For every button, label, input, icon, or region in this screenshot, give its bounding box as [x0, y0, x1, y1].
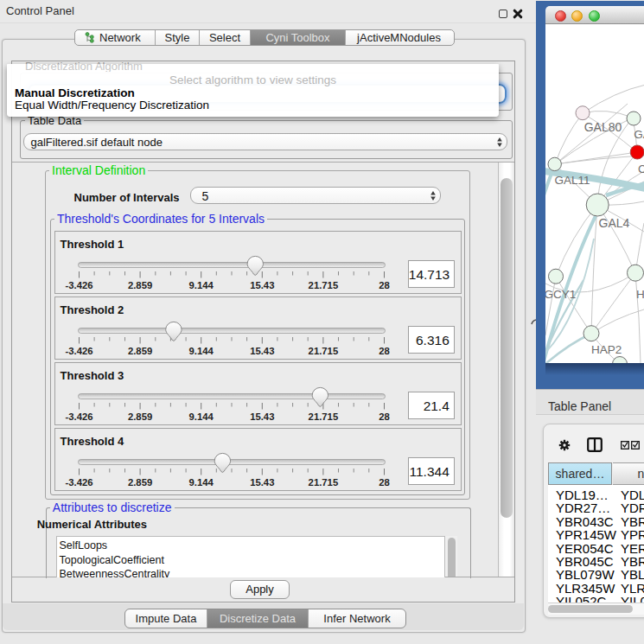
svg-text:21.715: 21.715 — [309, 477, 339, 488]
svg-text:2.859: 2.859 — [128, 346, 152, 356]
svg-text:-3.426: -3.426 — [65, 280, 92, 290]
svg-text:28: 28 — [379, 346, 390, 356]
svg-text:15.43: 15.43 — [250, 477, 274, 488]
svg-text:21.715: 21.715 — [309, 411, 339, 422]
svg-text:H: H — [636, 288, 644, 301]
svg-text:GA: GA — [634, 128, 644, 141]
svg-text:28: 28 — [379, 477, 390, 488]
svg-text:9.144: 9.144 — [189, 411, 214, 422]
svg-text:9.144: 9.144 — [189, 477, 214, 488]
svg-text:15.43: 15.43 — [250, 280, 274, 290]
svg-text:2.859: 2.859 — [128, 411, 152, 422]
svg-text:28: 28 — [379, 411, 390, 422]
svg-text:-3.426: -3.426 — [65, 477, 92, 488]
svg-text:9.144: 9.144 — [189, 346, 214, 356]
svg-text:-3.426: -3.426 — [65, 411, 92, 422]
svg-text:GAL4: GAL4 — [599, 216, 630, 230]
svg-text:9.144: 9.144 — [189, 280, 214, 290]
svg-text:21.715: 21.715 — [309, 280, 339, 290]
svg-text:2.859: 2.859 — [128, 280, 152, 290]
svg-text:2.859: 2.859 — [128, 477, 152, 488]
svg-text:GCY1: GCY1 — [545, 288, 576, 301]
svg-text:-3.426: -3.426 — [65, 346, 92, 356]
svg-text:HAP2: HAP2 — [591, 343, 622, 356]
svg-text:GAL80: GAL80 — [584, 120, 622, 134]
svg-text:15.43: 15.43 — [250, 346, 274, 356]
svg-text:21.715: 21.715 — [309, 346, 339, 356]
svg-text:28: 28 — [379, 280, 390, 290]
svg-text:GAL11: GAL11 — [555, 174, 590, 187]
svg-text:C: C — [638, 163, 644, 175]
svg-text:15.43: 15.43 — [250, 411, 274, 422]
